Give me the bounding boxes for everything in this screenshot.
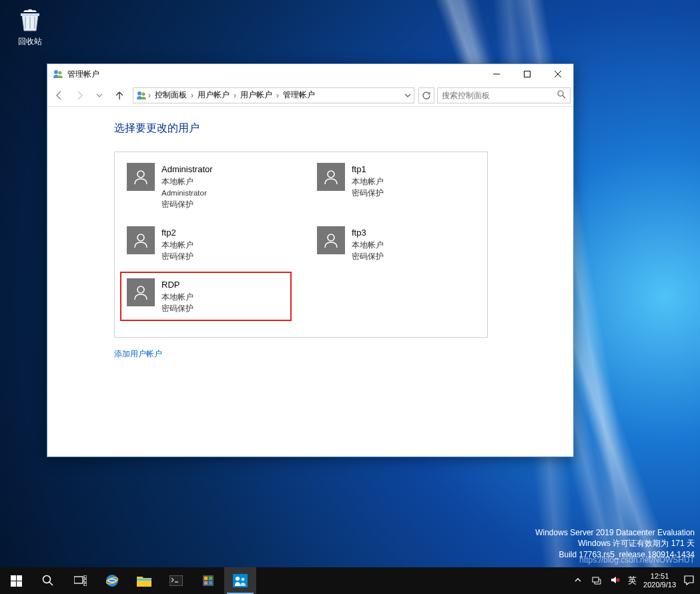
start-button[interactable] [0,567,32,594]
recycle-bin-label: 回收站 [10,36,50,47]
user-info: ftp1本地帐户密码保护 [352,163,384,199]
svg-point-8 [137,234,144,241]
date-text: 2020/9/13 [643,581,676,589]
user-card[interactable]: ftp1本地帐户密码保护 [314,160,478,213]
user-card[interactable]: ftp3本地帐户密码保护 [314,224,478,265]
add-user-link[interactable]: 添加用户帐户 [114,348,162,360]
user-avatar-icon [317,226,345,254]
breadcrumb-seg[interactable]: 管理帐户 [280,89,318,101]
user-meta-line: Administrator [161,188,213,199]
svg-rect-13 [11,581,16,587]
user-meta-line: 本地帐户 [352,176,384,188]
svg-rect-22 [137,579,151,581]
watermark: https://blog.csdn.net/NOWSHUT [579,555,695,565]
window-title: 管理帐户 [67,69,481,80]
time-text: 12:51 [643,572,676,581]
taskbar-app-control-panel[interactable] [224,567,256,594]
build-line: Windows 许可证有效期为 171 天 [535,538,695,549]
tray-up-icon[interactable] [572,577,584,585]
forward-button[interactable] [70,86,89,105]
taskbar-app-explorer[interactable] [128,567,160,594]
user-info: RDP本地帐户密码保护 [161,278,194,314]
user-card[interactable]: RDP本地帐户密码保护 [124,276,288,317]
user-card[interactable]: ftp2本地帐户密码保护 [124,224,288,265]
notifications-icon[interactable] [683,575,695,587]
user-meta-line: 本地帐户 [161,176,213,188]
svg-rect-14 [17,581,22,587]
recent-dropdown[interactable] [90,86,109,105]
user-avatar-icon [127,278,155,306]
user-accounts-icon [136,90,147,101]
network-icon[interactable] [591,575,603,586]
svg-rect-2 [524,71,531,77]
user-list-box: Administrator本地帐户Administrator密码保护ftp1本地… [114,152,488,338]
user-name: ftp3 [352,226,384,240]
refresh-button[interactable] [418,87,434,103]
svg-rect-11 [11,575,16,581]
user-meta-line: 本地帐户 [352,240,384,251]
taskbar: 英 12:51 2020/9/13 [0,567,700,594]
svg-rect-32 [593,577,599,582]
svg-point-6 [137,171,144,178]
ime-indicator[interactable]: 英 [628,575,637,587]
user-info: Administrator本地帐户Administrator密码保护 [161,163,213,210]
svg-point-30 [236,577,240,581]
page-heading: 选择要更改的用户 [114,121,547,135]
search-icon[interactable] [557,90,566,101]
svg-point-4 [142,92,145,95]
svg-rect-28 [209,581,212,585]
volume-icon[interactable] [609,575,621,586]
user-meta-line: 密码保护 [352,188,384,199]
svg-point-1 [59,71,62,75]
user-info: ftp2本地帐户密码保护 [161,226,194,262]
task-view-button[interactable] [64,567,96,594]
chevron-down-icon[interactable] [404,92,411,99]
manage-accounts-window: 管理帐户 › 控制面板› 用户帐户› 用户帐户› 管理帐户 选择要更改的用户 [47,63,574,457]
svg-rect-26 [209,577,212,580]
user-avatar-icon [317,163,345,191]
svg-rect-23 [169,575,183,586]
svg-point-9 [328,234,334,241]
svg-point-3 [137,91,141,95]
user-card[interactable]: Administrator本地帐户Administrator密码保护 [124,160,288,213]
svg-point-15 [43,576,51,583]
address-bar[interactable]: › 控制面板› 用户帐户› 用户帐户› 管理帐户 [133,87,414,103]
user-meta-line: 密码保护 [161,251,194,262]
user-meta-line: 密码保护 [352,251,384,262]
back-button[interactable] [50,86,69,105]
svg-rect-17 [84,575,87,578]
user-info: ftp3本地帐户密码保护 [352,226,384,262]
search-taskbar-button[interactable] [32,567,64,594]
breadcrumb-seg[interactable]: 用户帐户 [238,89,275,101]
taskbar-app-server-manager[interactable] [192,567,224,594]
up-button[interactable] [110,86,129,105]
svg-point-0 [54,70,58,74]
clock[interactable]: 12:51 2020/9/13 [643,572,676,589]
search-box[interactable] [437,87,571,103]
svg-point-31 [242,578,245,581]
svg-rect-16 [74,577,83,583]
breadcrumb-seg[interactable]: 控制面板 [152,89,190,101]
svg-rect-25 [204,577,208,580]
minimize-button[interactable] [481,64,512,84]
titlebar[interactable]: 管理帐户 [47,64,573,84]
breadcrumb-seg[interactable]: 用户帐户 [195,89,232,101]
taskbar-app-ie[interactable] [96,567,128,594]
content-pane: 选择要更改的用户 Administrator本地帐户Administrator密… [47,107,573,373]
svg-rect-27 [204,581,208,585]
user-name: ftp2 [161,226,194,240]
user-meta-line: 本地帐户 [161,292,194,303]
svg-point-10 [137,286,144,293]
recycle-bin[interactable]: 回收站 [10,7,50,47]
maximize-button[interactable] [512,64,543,84]
close-button[interactable] [543,64,573,84]
taskbar-app-cmd[interactable] [160,567,192,594]
svg-point-7 [328,171,334,178]
user-avatar-icon [127,163,155,191]
user-name: RDP [161,278,194,292]
svg-rect-18 [84,579,87,582]
search-input[interactable] [442,91,557,100]
user-meta-line: 密码保护 [161,303,194,314]
user-name: ftp1 [352,163,384,176]
user-avatar-icon [127,226,155,254]
